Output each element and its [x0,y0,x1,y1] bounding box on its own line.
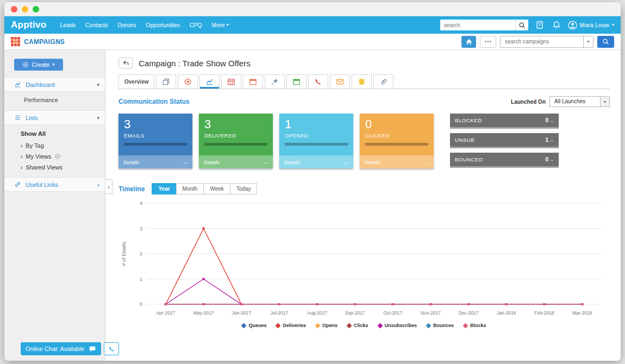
stat-label: EMAILS [124,133,187,139]
nav-item-leads[interactable]: Leads [55,16,80,34]
stat-bar-bounced[interactable]: BOUNCED 0→ [450,153,559,166]
details-label: Details [204,159,220,165]
target-icon [184,78,192,86]
user-name: Mara Louw [580,22,609,28]
sidebar-item-my-views[interactable]: › My Views [4,149,105,160]
addressbook-icon[interactable] [534,20,545,30]
sidebar-item-by-tag[interactable]: › By Tag [4,138,105,149]
link-icon [14,181,21,188]
tab-communication-status[interactable] [199,74,220,89]
window-zoom-button[interactable] [33,6,39,12]
launched-on-select[interactable]: All Launches ▾ [549,96,610,107]
stat-bar-unsub[interactable]: UNSUB 1→ [450,133,559,147]
online-chat-button[interactable]: Online Chat: Available [21,342,101,355]
user-menu[interactable]: Mara Louw ▾ [568,21,614,30]
legend-item-clicks[interactable]: Clicks [347,323,368,328]
progress-bar [124,143,187,146]
nav-item-contacts[interactable]: Contacts [80,16,112,34]
chart-legend: QueuesDeliveriesOpensClicksUnsubscribesB… [118,323,610,328]
back-arrow-icon [122,59,130,67]
chat-bubble-icon [89,345,96,353]
timeline-title: Timeline [118,185,145,193]
tab-pin[interactable] [265,74,285,89]
timeline-tab-year[interactable]: Year [152,183,176,194]
window-minimize-button[interactable] [22,6,28,12]
timeline-tab-today[interactable]: Today [230,183,258,194]
window-close-button[interactable] [11,6,17,12]
campaign-search-input[interactable] [501,36,583,47]
create-button[interactable]: Create ▾ [14,59,63,71]
stat-card-delivered: 3 DELIVERED Details → [199,114,273,168]
timeline-tab-week[interactable]: Week [203,183,230,194]
tab-notes[interactable] [352,74,372,89]
campaign-search-button[interactable] [597,36,614,48]
tab-attachments[interactable] [373,74,393,89]
legend-item-unsubscribes[interactable]: Unsubscribes [378,323,417,328]
tab-overview[interactable]: Overview [118,74,154,89]
nav-item-cpq[interactable]: CPQ [185,16,207,34]
nav-item-more-label: More [212,16,225,34]
nav-item-opportunities[interactable]: Opportunities [141,16,184,34]
details-button[interactable]: Details → [360,155,434,168]
add-view-icon[interactable] [54,153,61,160]
legend-item-deliveries[interactable]: Deliveries [276,323,306,328]
tab-schedule[interactable] [243,74,263,89]
stat-value: 0 [365,118,428,131]
create-icon [22,61,29,68]
progress-bar [204,143,267,146]
legend-marker-icon [315,323,321,328]
nav-item-donors[interactable]: Donors [112,16,141,34]
sidebar-item-useful-links[interactable]: Useful Links › [4,177,105,192]
tab-calendar[interactable] [286,74,307,89]
arrow-right-icon: → [263,159,268,165]
page-title: Campaign : Trade Show Offers [139,59,251,68]
main-content: Campaign : Trade Show Offers Overview Co… [105,50,621,361]
tab-calls[interactable] [308,74,328,89]
sidebar-item-performance[interactable]: Performance [4,92,105,104]
duplicate-icon [162,78,170,86]
more-actions-button[interactable]: ••• [480,36,496,48]
legend-item-queues[interactable]: Queues [242,323,266,328]
stat-label: UNSUB [455,137,474,143]
tab-duplicate[interactable] [156,74,176,89]
create-label: Create [32,61,49,68]
details-button[interactable]: Details → [199,155,273,168]
stat-card-opened: 1 OPENED Details → [279,114,353,168]
legend-marker-icon [463,323,468,328]
sidebar-item-lists[interactable]: Lists ▾ [4,110,105,125]
nav-item-more[interactable]: More ▾ [207,16,234,34]
svg-text:4: 4 [140,200,142,206]
sidebar-item-show-all[interactable]: Show All [4,125,105,138]
legend-item-bounces[interactable]: Bounces [427,323,454,328]
search-options-dropdown[interactable]: ▾ [583,36,593,47]
home-button[interactable] [461,36,476,48]
chat-phone-button[interactable] [104,342,119,355]
chevron-right-icon: › [21,143,22,149]
details-button[interactable]: Details → [118,155,192,168]
launched-on-label: Launched On [511,99,546,105]
legend-item-opens[interactable]: Opens [316,323,338,328]
sidebar-collapse-handle[interactable]: ‹ [105,179,112,194]
pin-icon [271,78,279,86]
body-row: Create ▾ Dashboard ▾ Performance Lists ▾… [4,50,621,361]
tab-target[interactable] [178,74,198,89]
back-button[interactable] [118,58,133,68]
tab-emails[interactable] [330,74,350,89]
global-search-button[interactable] [515,20,528,30]
details-button[interactable]: Details → [279,155,353,168]
legend-item-blocks[interactable]: Blocks [464,323,486,328]
apptivo-logo[interactable]: Apptivo [11,20,46,30]
global-search-input[interactable] [440,20,515,30]
chevron-down-icon: ▾ [226,23,228,27]
legend-marker-icon [276,323,281,328]
stat-bar-blocked[interactable]: BLOCKED 0→ [450,114,559,127]
sidebar-item-dashboard[interactable]: Dashboard ▾ [4,77,105,92]
stat-card-emails: 3 EMAILS Details → [118,114,192,168]
stat-label: BLOCKED [455,117,482,123]
timeline-tab-month[interactable]: Month [176,183,204,194]
timeline-range-tabs: Year Month Week Today [152,183,257,194]
sidebar-item-shared-views[interactable]: › Shared Views [4,160,105,171]
notifications-icon[interactable] [551,20,562,30]
tab-table[interactable] [221,74,241,89]
calendar-icon [292,78,301,86]
